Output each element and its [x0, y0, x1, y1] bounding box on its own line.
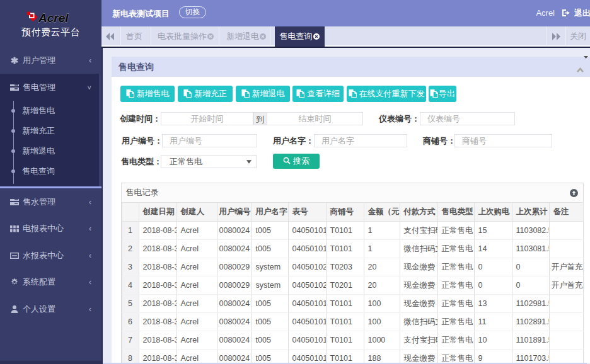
svg-text:Acrel: Acrel — [38, 11, 69, 23]
